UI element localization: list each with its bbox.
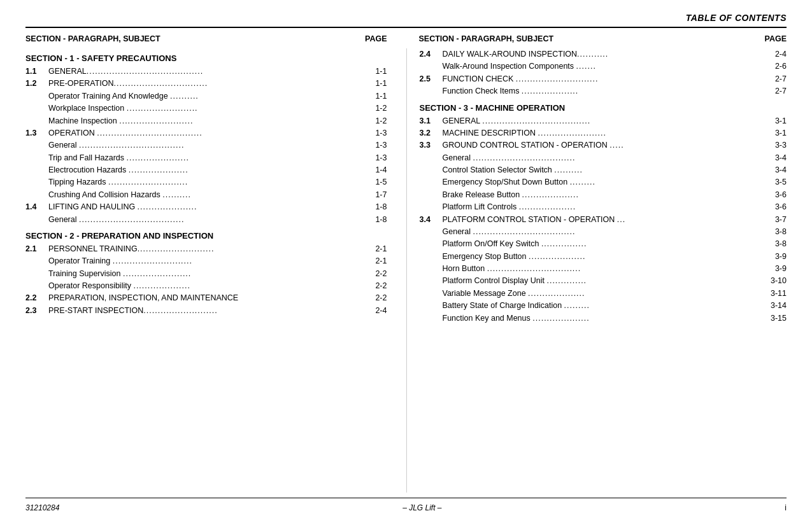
footer-page-number: i: [785, 503, 787, 512]
toc-entry-emergency-stop-3-4: Emergency Stop Button ..................…: [420, 251, 787, 263]
section2-block: SECTION - 2 - PREPARATION AND INSPECTION…: [25, 231, 387, 317]
toc-entry-general-3-4: General ................................…: [420, 226, 787, 238]
page-header: TABLE OF CONTENTS: [25, 13, 787, 28]
toc-entry-1-4: 1.4 LIFTING AND HAULING ................…: [25, 201, 387, 213]
toc-entry-training-supervision: Training Supervision ...................…: [25, 268, 387, 280]
toc-entry-general-1-3: General ................................…: [25, 139, 387, 151]
toc-entry-trip-fall: Trip and Fall Hazards ..................…: [25, 152, 387, 164]
toc-entry-3-3: 3.3 GROUND CONTROL STATION - OPERATION .…: [420, 139, 787, 151]
toc-entry-1-1: 1.1 GENERAL.............................…: [25, 66, 387, 78]
column-headers: SECTION - PARAGRAPH, SUBJECT PAGE SECTIO…: [25, 34, 787, 43]
toc-entry-3-2: 3.2 MACHINE DESCRIPTION ................…: [420, 127, 787, 139]
left-page-label: PAGE: [365, 34, 387, 43]
toc-entry-general-3-3: General ................................…: [420, 152, 787, 164]
toc-entry-workplace-inspection: Workplace Inspection ...................…: [25, 102, 387, 115]
toc-entry-2-2: 2.2 PREPARATION, INSPECTION, AND MAINTEN…: [25, 292, 387, 304]
document-number: 31210284: [25, 503, 59, 512]
toc-entry-2-5: 2.5 FUNCTION CHECK .....................…: [420, 73, 787, 85]
page-title: TABLE OF CONTENTS: [686, 13, 787, 23]
toc-entry-platform-control-display: Platform Control Display Unit ..........…: [420, 275, 787, 287]
footer-brand: – JLG Lift –: [402, 503, 441, 512]
toc-entry-tipping: Tipping Hazards ........................…: [25, 176, 387, 188]
toc-entry-horn-button: Horn Button ............................…: [420, 263, 787, 275]
toc-entry-machine-inspection: Machine Inspection .....................…: [25, 115, 387, 127]
toc-entry-3-1: 3.1 GENERAL ............................…: [420, 115, 787, 127]
toc-entry-2-1: 2.1 PERSONNEL TRAINING..................…: [25, 243, 387, 255]
toc-entry-variable-message: Variable Message Zone ..................…: [420, 288, 787, 300]
section1-block: SECTION - 1 - SAFETY PRECAUTIONS 1.1 GEN…: [25, 53, 387, 226]
right-page-label: PAGE: [765, 34, 787, 43]
toc-entry-3-4: 3.4 PLATFORM CONTROL STATION - OPERATION…: [420, 214, 787, 226]
toc-content: SECTION - 1 - SAFETY PRECAUTIONS 1.1 GEN…: [25, 48, 787, 493]
toc-entry-emergency-stop-3-3: Emergency Stop/Shut Down Button ........…: [420, 176, 787, 188]
toc-entry-function-key-menus: Function Key and Menus .................…: [420, 312, 787, 325]
right-section-label: SECTION - PARAGRAPH, SUBJECT: [419, 34, 554, 43]
toc-entry-operator-training-2: Operator Training ......................…: [25, 255, 387, 267]
toc-entry-2-4: 2.4 DAILY WALK-AROUND INSPECTION........…: [420, 48, 787, 60]
toc-entry-control-station-selector: Control Station Selector Switch ........…: [420, 164, 787, 176]
toc-entry-operator-training: Operator Training And Knowledge ........…: [25, 90, 387, 102]
toc-entry-platform-on-off: Platform On/Off Key Switch .............…: [420, 238, 787, 250]
section2-heading: SECTION - 2 - PREPARATION AND INSPECTION: [25, 231, 387, 241]
toc-entry-operator-responsibility: Operator Responsibility ................…: [25, 280, 387, 292]
right-column: 2.4 DAILY WALK-AROUND INSPECTION........…: [406, 48, 787, 493]
left-section-label: SECTION - PARAGRAPH, SUBJECT: [25, 34, 160, 43]
section1-heading: SECTION - 1 - SAFETY PRECAUTIONS: [25, 53, 387, 63]
left-column: SECTION - 1 - SAFETY PRECAUTIONS 1.1 GEN…: [25, 48, 406, 493]
toc-entry-crushing: Crushing And Collision Hazards .........…: [25, 189, 387, 201]
page: TABLE OF CONTENTS SECTION - PARAGRAPH, S…: [0, 0, 812, 525]
toc-entry-function-check-items: Function Check Items ...................…: [420, 85, 787, 97]
toc-entry-1-2: 1.2 PRE-OPERATION.......................…: [25, 78, 387, 90]
page-footer: 31210284 – JLG Lift – i: [25, 498, 787, 512]
toc-entry-platform-lift-controls: Platform Lift Controls .................…: [420, 201, 787, 213]
toc-entry-walk-around-components: Walk-Around Inspection Components ......…: [420, 60, 787, 73]
section3-heading: SECTION - 3 - MACHINE OPERATION: [420, 103, 787, 113]
toc-entry-brake-release: Brake Release Button ...................…: [420, 189, 787, 201]
toc-entry-1-3: 1.3 OPERATION ..........................…: [25, 127, 387, 139]
toc-entry-2-3: 2.3 PRE-START INSPECTION................…: [25, 305, 387, 317]
left-col-header: SECTION - PARAGRAPH, SUBJECT PAGE: [25, 34, 406, 43]
right-col-header: SECTION - PARAGRAPH, SUBJECT PAGE: [406, 34, 787, 43]
toc-entry-general-1-4: General ................................…: [25, 214, 387, 226]
toc-entry-electrocution: Electrocution Hazards ..................…: [25, 164, 387, 176]
toc-entry-battery-state: Battery State of Charge Indication .....…: [420, 300, 787, 312]
